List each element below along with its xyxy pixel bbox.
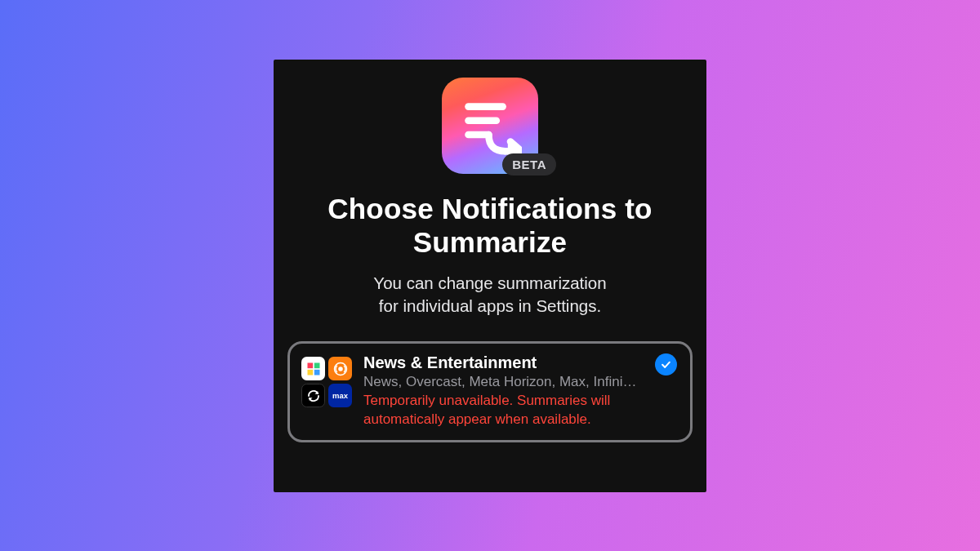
category-title: News & Entertainment (363, 353, 649, 372)
page-title: Choose Notifications to Summarize (274, 192, 706, 260)
category-news-entertainment[interactable]: max News & Entertainment News, Overcast,… (287, 341, 693, 442)
svg-point-11 (339, 367, 342, 371)
overcast-app-icon (328, 357, 352, 380)
max-app-label: max (332, 391, 348, 400)
beta-badge: BETA (502, 153, 556, 176)
category-app-icons: max (301, 357, 352, 407)
category-body: News & Entertainment News, Overcast, Met… (363, 353, 677, 428)
page-subtitle: You can change summarization for individ… (373, 272, 606, 317)
category-apps-line: News, Overcast, Meta Horizon, Max, Infin… (363, 374, 649, 390)
settings-panel: BETA Choose Notifications to Summarize Y… (274, 60, 706, 492)
sync-app-icon (301, 384, 325, 407)
max-app-icon: max (328, 384, 352, 407)
category-warning: Temporarily unavailable. Summaries will … (363, 392, 649, 428)
news-app-icon (301, 357, 325, 380)
feature-icon-wrap: BETA (442, 78, 538, 174)
